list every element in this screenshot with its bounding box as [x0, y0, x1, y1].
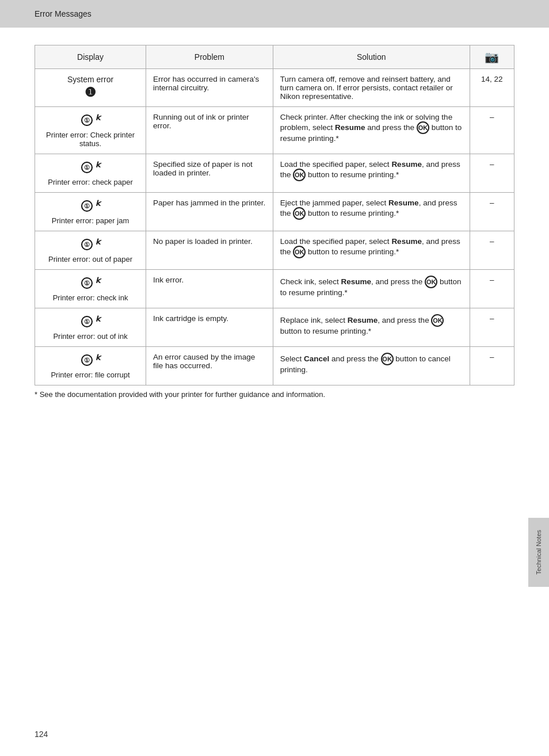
footnote: * See the documentation provided with yo… [35, 390, 514, 399]
italic-k-icon: ᵏ [94, 160, 100, 175]
ref-cell: – [470, 154, 514, 193]
power-circle-icon: ① [81, 162, 93, 173]
italic-k-icon: ᵏ [94, 276, 100, 291]
solution-cell: Load the specified paper, select Resume,… [273, 231, 470, 270]
top-bar: Error Messages [0, 0, 549, 28]
table-row: ① ᵏ Printer error: out of ink Ink cartri… [35, 308, 514, 347]
ref-cell: 14, 22 [470, 69, 514, 107]
display-cell: ① ᵏ Printer error: Check printer status. [35, 107, 146, 154]
bold-term: Cancel [304, 354, 329, 363]
error-table: Display Problem Solution 📷 System error … [35, 45, 514, 385]
col-display: Display [35, 45, 146, 69]
table-row: ① ᵏ Printer error: check ink Ink error.C… [35, 270, 514, 308]
ok-button-icon: OK [431, 314, 444, 327]
display-label: Printer error: check ink [53, 293, 128, 302]
italic-k-icon: ᵏ [94, 353, 100, 368]
ref-cell: – [470, 270, 514, 308]
printer-icons: ① ᵏ [81, 160, 100, 175]
power-circle-icon: ① [81, 316, 93, 327]
solution-cell: Check ink, select Resume, and press the … [273, 270, 470, 308]
problem-cell: Ink error. [146, 270, 273, 308]
col-ref: 📷 [470, 45, 514, 69]
ok-button-icon: OK [417, 121, 429, 134]
printer-icons: ① ᵏ [81, 314, 100, 329]
system-error-label: System error [67, 75, 113, 84]
problem-cell: An error caused by the image file has oc… [146, 347, 273, 385]
power-circle-icon: ① [81, 114, 93, 126]
problem-cell: Paper has jammed in the printer. [146, 193, 273, 231]
table-row: ① ᵏ Printer error: file corrupt An error… [35, 347, 514, 385]
printer-icons: ① ᵏ [81, 353, 100, 368]
italic-k-icon: ᵏ [94, 113, 100, 128]
power-circle-icon: ① [81, 277, 93, 289]
problem-cell: Specified size of paper is not loaded in… [146, 154, 273, 193]
bold-term: Resume [388, 198, 419, 207]
display-cell: ① ᵏ Printer error: check ink [35, 270, 146, 308]
ok-button-icon: OK [293, 246, 306, 258]
ref-cell: – [470, 193, 514, 231]
display-cell: ① ᵏ Printer error: out of ink [35, 308, 146, 347]
ref-cell: – [470, 308, 514, 347]
ref-cell: – [470, 231, 514, 270]
bold-term: Resume [335, 123, 365, 132]
italic-k-icon: ᵏ [94, 314, 100, 329]
italic-k-icon: ᵏ [94, 237, 100, 252]
col-problem: Problem [146, 45, 273, 69]
printer-icons: ① ᵏ [81, 237, 100, 252]
ok-button-icon: OK [381, 353, 394, 365]
solution-cell: Load the specified paper, select Resume,… [273, 154, 470, 193]
display-label: Printer error: paper jam [52, 216, 129, 225]
italic-k-icon: ᵏ [94, 198, 100, 213]
page: Error Messages Display Problem Solution … [0, 0, 549, 756]
section-title: Error Messages [35, 9, 92, 18]
printer-icons: ① ᵏ [81, 113, 100, 128]
display-label: Printer error: out of ink [53, 332, 127, 341]
power-circle-icon: ① [81, 200, 93, 212]
bold-term: Resume [391, 237, 422, 246]
solution-cell: Select Cancel and press the OK button to… [273, 347, 470, 385]
printer-icons: ① ᵏ [81, 198, 100, 213]
problem-cell: Error has occurred in camera's internal … [146, 69, 273, 107]
table-row: System error ❶ Error has occurred in cam… [35, 69, 514, 107]
page-number: 124 [35, 730, 48, 739]
ok-button-icon: OK [425, 276, 437, 288]
side-tab: Technical Notes [528, 518, 549, 587]
ok-button-icon: OK [293, 207, 306, 220]
problem-cell: Running out of ink or printer error. [146, 107, 273, 154]
solution-cell: Turn camera off, remove and reinsert bat… [273, 69, 470, 107]
power-circle-icon: ① [81, 239, 93, 250]
col-solution: Solution [273, 45, 470, 69]
solution-cell: Check printer. After checking the ink or… [273, 107, 470, 154]
display-cell: System error ❶ [35, 69, 146, 107]
table-row: ① ᵏ Printer error: out of paper No paper… [35, 231, 514, 270]
problem-cell: Ink cartridge is empty. [146, 308, 273, 347]
display-label: Printer error: check paper [48, 178, 132, 186]
table-row: ① ᵏ Printer error: check paper Specified… [35, 154, 514, 193]
bold-term: Resume [341, 277, 372, 286]
display-label: Printer error: out of paper [48, 255, 132, 264]
problem-cell: No paper is loaded in printer. [146, 231, 273, 270]
bold-term: Resume [391, 160, 422, 169]
table-header-row: Display Problem Solution 📷 [35, 45, 514, 69]
system-error-icon: ❶ [85, 85, 96, 100]
side-tab-label: Technical Notes [535, 530, 542, 575]
solution-cell: Replace ink, select Resume, and press th… [273, 308, 470, 347]
printer-icons: ① ᵏ [81, 276, 100, 291]
table-row: ① ᵏ Printer error: paper jam Paper has j… [35, 193, 514, 231]
power-circle-icon: ① [81, 354, 93, 366]
bold-term: Resume [348, 316, 378, 324]
ok-button-icon: OK [293, 169, 306, 181]
solution-cell: Eject the jammed paper, select Resume, a… [273, 193, 470, 231]
display-label: Printer error: Check printer status. [42, 131, 139, 148]
ref-cell: – [470, 107, 514, 154]
display-cell: ① ᵏ Printer error: file corrupt [35, 347, 146, 385]
display-label: Printer error: file corrupt [51, 371, 129, 379]
main-content: Display Problem Solution 📷 System error … [0, 28, 549, 422]
display-cell: ① ᵏ Printer error: paper jam [35, 193, 146, 231]
display-cell: ① ᵏ Printer error: check paper [35, 154, 146, 193]
table-row: ① ᵏ Printer error: Check printer status.… [35, 107, 514, 154]
ref-cell: – [470, 347, 514, 385]
display-cell: ① ᵏ Printer error: out of paper [35, 231, 146, 270]
